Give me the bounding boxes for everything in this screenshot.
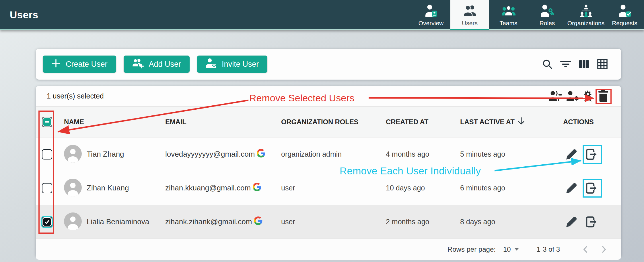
avatar — [64, 145, 82, 164]
create-user-button[interactable]: Create User — [43, 56, 116, 73]
remove-user-icon[interactable] — [585, 215, 598, 228]
rows-per-page-value: 10 — [503, 245, 511, 253]
tab-teams[interactable]: Teams — [489, 0, 528, 30]
user-name: Lialia Beniaminova — [87, 217, 149, 226]
table-row: Tian Zhang lovedayyyyyyy@gmail.com organ… — [36, 137, 621, 171]
table-footer: Rows per page: 10 1-3 of 3 — [36, 239, 621, 260]
remove-user-icon[interactable] — [585, 148, 598, 161]
user-email: lovedayyyyyyy@gmail.com — [165, 150, 255, 159]
google-icon — [253, 183, 261, 193]
row-checkbox[interactable] — [42, 217, 52, 227]
overview-icon — [425, 5, 438, 17]
remove-user-icon[interactable] — [585, 182, 598, 195]
user-name: Tian Zhang — [87, 150, 124, 159]
tab-users[interactable]: Users — [450, 0, 489, 30]
user-created-at: 4 months ago — [386, 150, 460, 158]
dropdown-arrow-icon — [514, 248, 519, 251]
column-header-name[interactable]: NAME — [58, 118, 165, 126]
user-created-at: 10 days ago — [386, 184, 460, 192]
google-icon — [257, 149, 265, 159]
toolbar-card: Create User Add User Invite User — [36, 49, 621, 80]
page-title: Users — [10, 9, 38, 21]
delete-users-icon[interactable] — [597, 90, 610, 103]
tab-organizations-label: Organizations — [567, 20, 605, 27]
plus-icon — [51, 59, 61, 70]
search-icon[interactable] — [542, 59, 553, 70]
sort-desc-arrow-icon — [517, 117, 525, 127]
tab-roles[interactable]: Roles — [528, 0, 567, 30]
add-user-label: Add User — [149, 60, 181, 69]
remove-user-from-group-icon[interactable] — [549, 90, 563, 102]
edit-user-icon[interactable] — [565, 215, 578, 228]
user-org-roles: organization admin — [281, 150, 386, 158]
row-checkbox[interactable] — [42, 149, 52, 159]
pagination-range: 1-3 of 3 — [537, 245, 560, 253]
users-table-card: 1 user(s) selected — [36, 86, 621, 257]
columns-icon[interactable] — [579, 59, 589, 70]
column-header-last-active-at[interactable]: LAST ACTIVE AT — [460, 117, 563, 127]
header-checkbox-cell — [36, 117, 58, 127]
table-row: Lialia Beniaminova zihank.zihank@gmail.c… — [36, 205, 621, 239]
column-header-actions: ACTIONS — [563, 118, 621, 126]
table-toolbar-icons — [542, 59, 608, 70]
teams-icon — [502, 5, 515, 17]
app-header: Users Overview — [0, 0, 644, 30]
user-last-active-at: 8 days ago — [460, 218, 563, 226]
edit-user-icon[interactable] — [565, 148, 578, 161]
select-all-checkbox[interactable] — [42, 117, 52, 127]
selection-count: 1 user(s) selected — [47, 92, 104, 100]
tab-users-label: Users — [462, 20, 478, 27]
selection-actions — [549, 90, 610, 103]
user-email: zihan.kkuang@gmail.com — [165, 184, 251, 192]
users-icon — [463, 5, 476, 17]
user-settings-icon[interactable] — [567, 90, 580, 102]
column-header-created-at[interactable]: CREATED AT — [386, 118, 460, 126]
invite-user-label: Invite User — [222, 60, 259, 69]
create-user-label: Create User — [66, 60, 108, 69]
main-nav: Overview Users — [412, 0, 644, 30]
edit-user-icon[interactable] — [565, 182, 578, 195]
tab-requests-label: Requests — [612, 20, 637, 27]
prev-page-icon[interactable] — [581, 245, 590, 254]
user-last-active-at: 5 minutes ago — [460, 150, 563, 158]
user-last-active-at: 6 minutes ago — [460, 184, 563, 192]
column-header-org-roles[interactable]: ORGANIZATION ROLES — [281, 118, 386, 126]
selection-bar: 1 user(s) selected — [36, 86, 621, 107]
roles-icon — [541, 5, 554, 17]
avatar — [64, 212, 82, 231]
avatar — [64, 179, 82, 198]
group-add-icon — [132, 58, 144, 70]
certify-user-icon[interactable] — [582, 90, 594, 102]
filter-icon[interactable] — [560, 59, 571, 70]
user-created-at: 2 months ago — [386, 218, 460, 226]
tab-overview-label: Overview — [419, 20, 444, 27]
user-org-roles: user — [281, 218, 386, 226]
row-checkbox[interactable] — [42, 183, 52, 193]
next-page-icon[interactable] — [600, 245, 608, 254]
person-invite-icon — [206, 58, 217, 70]
tab-overview[interactable]: Overview — [412, 0, 450, 30]
organizations-icon — [579, 5, 593, 17]
tab-requests[interactable]: Requests — [605, 0, 644, 30]
user-org-roles: user — [281, 184, 386, 192]
user-name: Zihan Kuang — [87, 184, 129, 192]
tab-organizations[interactable]: Organizations — [567, 0, 605, 30]
table-header-row: NAME EMAIL ORGANIZATION ROLES CREATED AT… — [36, 107, 621, 137]
google-icon — [254, 216, 262, 227]
user-email: zihank.zihank@gmail.com — [165, 217, 252, 226]
column-header-email[interactable]: EMAIL — [165, 118, 281, 126]
last-active-label: LAST ACTIVE AT — [460, 118, 515, 126]
grid-icon[interactable] — [597, 59, 608, 70]
table-row: Zihan Kuang zihan.kkuang@gmail.com user … — [36, 171, 621, 205]
tab-roles-label: Roles — [540, 20, 555, 27]
rows-per-page-label: Rows per page: — [448, 245, 496, 253]
rows-per-page-select[interactable]: 10 — [503, 245, 519, 253]
tab-teams-label: Teams — [500, 20, 517, 27]
requests-icon — [618, 5, 631, 17]
invite-user-button[interactable]: Invite User — [197, 56, 267, 73]
add-user-button[interactable]: Add User — [124, 56, 190, 73]
